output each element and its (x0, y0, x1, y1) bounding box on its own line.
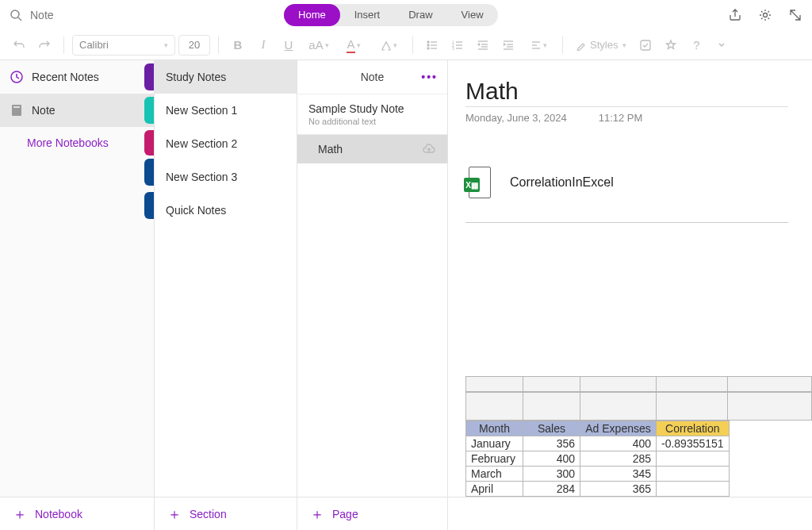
nav-spacer (0, 159, 154, 192)
chevron-down-icon: ▾ (164, 41, 168, 49)
cloud-sync-icon (422, 144, 436, 155)
align-button[interactable]: ▾ (523, 34, 554, 56)
tab-insert[interactable]: Insert (340, 4, 395, 26)
text-case-button[interactable]: aA▾ (303, 34, 335, 56)
table-header: Ad Expenses (580, 421, 657, 436)
plus-icon: ＋ (13, 505, 27, 524)
nav-recent-notes[interactable]: Recent Notes (0, 60, 154, 94)
search-icon[interactable] (10, 9, 22, 21)
divider (465, 222, 788, 223)
nav-spacer (0, 192, 154, 225)
nav-note[interactable]: Note (0, 94, 154, 127)
page-title[interactable]: Math (465, 78, 788, 107)
section-color-tab (144, 97, 154, 124)
page-item-subtitle: No additional text (308, 117, 436, 126)
page-sample-study-note[interactable]: Sample Study Note No additional text (297, 94, 447, 134)
bold-button[interactable]: B (227, 34, 249, 56)
table-header: Correlation (657, 421, 730, 436)
section-new-1[interactable]: New Section 1 (155, 94, 297, 127)
clock-icon (10, 70, 24, 84)
bullet-list-button[interactable] (421, 34, 443, 56)
section-color-tab (144, 159, 154, 186)
svg-point-0 (11, 10, 19, 18)
section-color-tab (144, 130, 154, 156)
font-color-button[interactable]: A▾ (338, 34, 370, 56)
redo-button[interactable] (33, 34, 56, 56)
outdent-button[interactable] (472, 34, 494, 56)
ribbon-tabs: Home Insert Draw View (284, 4, 498, 26)
page-item-title: Sample Study Note (308, 102, 436, 115)
table-header: Month (466, 421, 523, 436)
more-options-icon[interactable]: ••• (421, 71, 438, 83)
underline-button[interactable]: U (278, 34, 300, 56)
page-list-header: Note ••• (297, 60, 447, 94)
indent-button[interactable] (497, 34, 519, 56)
fullscreen-icon[interactable] (788, 8, 802, 22)
todo-button[interactable] (634, 34, 657, 56)
page-meta: Monday, June 3, 2024 11:12 PM (465, 112, 812, 124)
table-header: Sales (523, 421, 580, 436)
svg-text:3: 3 (452, 46, 454, 51)
table-row: January 356 400 -0.89355151 (466, 436, 730, 451)
spreadsheet-preview: Month Sales Ad Expenses Correlation Janu… (465, 376, 812, 497)
section-color-tab (144, 63, 154, 90)
page-list: Note ••• Sample Study Note No additional… (297, 60, 448, 497)
gear-icon[interactable] (758, 8, 772, 22)
svg-point-3 (427, 41, 429, 43)
spreadsheet-table: Month Sales Ad Expenses Correlation Janu… (465, 421, 730, 497)
star-button[interactable] (660, 34, 682, 56)
page-time: 11:12 PM (599, 112, 643, 124)
tab-draw[interactable]: Draw (394, 4, 446, 26)
plus-icon: ＋ (310, 505, 324, 524)
table-row: March 300 345 (466, 467, 730, 482)
section-new-2[interactable]: New Section 2 (155, 127, 297, 160)
file-attachment[interactable]: X▦ CorrelationInExcel (465, 167, 812, 198)
page-item-title: Math (318, 143, 436, 156)
tab-view[interactable]: View (447, 4, 498, 26)
nav-label: Note (32, 104, 56, 117)
app-title: Note (30, 9, 54, 21)
help-button[interactable]: ? (685, 34, 707, 56)
svg-point-4 (427, 44, 429, 46)
section-quick-notes[interactable]: Quick Notes (155, 194, 297, 227)
undo-button[interactable] (8, 34, 30, 56)
excel-file-icon: X▦ (465, 167, 491, 198)
section-new-3[interactable]: New Section 3 (155, 160, 297, 194)
plus-icon: ＋ (167, 505, 182, 524)
nav-more-notebooks[interactable]: More Notebooks (0, 127, 154, 159)
table-row: April 284 365 (466, 482, 730, 497)
section-list: Study Notes New Section 1 New Section 2 … (155, 60, 297, 497)
svg-rect-29 (13, 106, 20, 108)
page-math[interactable]: Math (297, 134, 447, 163)
highlight-button[interactable]: ▾ (373, 34, 404, 56)
section-color-tab (144, 192, 154, 219)
table-row: February 400 285 (466, 451, 730, 467)
nav-label: Recent Notes (32, 71, 99, 83)
overflow-button[interactable] (710, 34, 733, 56)
share-icon[interactable] (728, 8, 742, 22)
add-page-button[interactable]: ＋Page (297, 497, 448, 530)
svg-point-5 (427, 48, 429, 49)
formatting-toolbar: Calibri▾ 20 B I U aA▾ A▾ ▾ 123 ▾ Styles▾… (0, 30, 812, 60)
styles-button[interactable]: Styles▾ (571, 39, 631, 51)
svg-line-1 (18, 17, 21, 21)
notebook-icon (10, 103, 24, 117)
attachment-filename: CorrelationInExcel (510, 175, 614, 190)
italic-button[interactable]: I (252, 34, 274, 56)
add-notebook-button[interactable]: ＋Notebook (0, 497, 155, 530)
font-size-select[interactable]: 20 (178, 35, 210, 56)
footer-bar: ＋Notebook ＋Section ＋Page (0, 497, 812, 530)
section-study-notes[interactable]: Study Notes (155, 60, 297, 94)
add-section-button[interactable]: ＋Section (155, 497, 297, 530)
svg-point-2 (763, 13, 767, 17)
numbered-list-button[interactable]: 123 (446, 34, 469, 56)
notebook-nav: Recent Notes Note More Notebooks (0, 60, 155, 497)
tab-home[interactable]: Home (284, 4, 340, 26)
page-date: Monday, June 3, 2024 (465, 112, 567, 124)
svg-rect-26 (641, 40, 650, 50)
font-name-select[interactable]: Calibri▾ (72, 35, 175, 56)
page-canvas[interactable]: Math Monday, June 3, 2024 11:12 PM X▦ Co… (448, 60, 812, 497)
